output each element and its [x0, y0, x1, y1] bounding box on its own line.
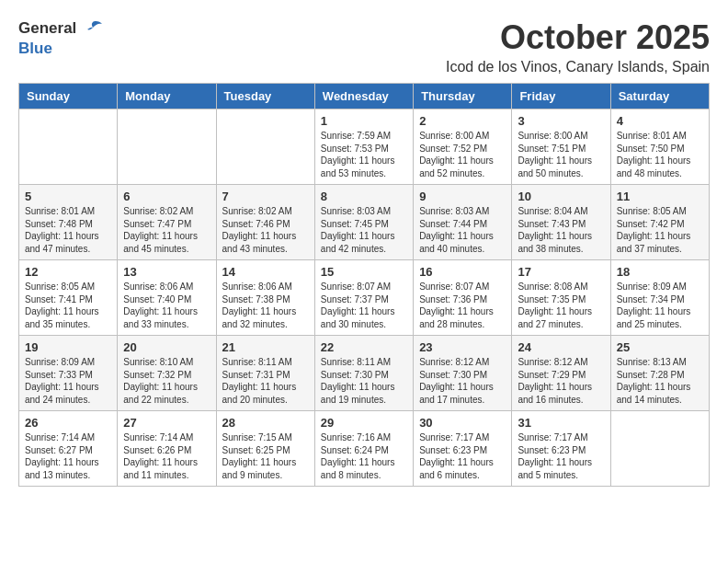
day-cell: 24Sunrise: 8:12 AMSunset: 7:29 PMDayligh…: [512, 336, 610, 411]
day-number: 1: [321, 114, 407, 128]
day-cell: 10Sunrise: 8:04 AMSunset: 7:43 PMDayligh…: [512, 185, 610, 260]
day-number: 23: [419, 340, 506, 354]
day-cell: [216, 109, 314, 185]
week-row-4: 19Sunrise: 8:09 AMSunset: 7:33 PMDayligh…: [19, 336, 710, 411]
weekday-header-tuesday: Tuesday: [216, 84, 314, 109]
weekday-header-thursday: Thursday: [414, 84, 512, 109]
day-number: 8: [321, 190, 407, 203]
day-info: Sunrise: 7:14 AMSunset: 6:26 PMDaylight:…: [123, 431, 210, 481]
week-row-3: 12Sunrise: 8:05 AMSunset: 7:41 PMDayligh…: [19, 260, 710, 336]
week-row-2: 5Sunrise: 8:01 AMSunset: 7:48 PMDaylight…: [19, 185, 710, 260]
weekday-header-saturday: Saturday: [610, 84, 709, 109]
logo-bird-icon: [82, 18, 104, 40]
day-cell: 28Sunrise: 7:15 AMSunset: 6:25 PMDayligh…: [216, 411, 314, 487]
day-info: Sunrise: 7:59 AMSunset: 7:53 PMDaylight:…: [321, 130, 407, 179]
day-number: 19: [25, 340, 111, 354]
day-number: 4: [617, 114, 703, 128]
day-cell: 13Sunrise: 8:06 AMSunset: 7:40 PMDayligh…: [118, 260, 216, 336]
day-number: 3: [518, 114, 604, 128]
day-info: Sunrise: 7:16 AMSunset: 6:24 PMDaylight:…: [321, 431, 407, 481]
day-number: 15: [321, 265, 407, 279]
day-info: Sunrise: 7:14 AMSunset: 6:27 PMDaylight:…: [25, 431, 111, 481]
day-number: 7: [222, 190, 309, 203]
day-info: Sunrise: 8:12 AMSunset: 7:30 PMDaylight:…: [419, 356, 506, 406]
calendar-table: SundayMondayTuesdayWednesdayThursdayFrid…: [18, 83, 710, 487]
day-info: Sunrise: 8:02 AMSunset: 7:46 PMDaylight:…: [222, 205, 309, 255]
day-cell: 8Sunrise: 8:03 AMSunset: 7:45 PMDaylight…: [314, 185, 413, 260]
day-info: Sunrise: 8:00 AMSunset: 7:52 PMDaylight:…: [419, 130, 506, 179]
day-info: Sunrise: 8:05 AMSunset: 7:42 PMDaylight:…: [617, 205, 703, 255]
day-cell: 27Sunrise: 7:14 AMSunset: 6:26 PMDayligh…: [118, 411, 216, 487]
day-number: 12: [25, 265, 111, 279]
month-title: October 2025: [446, 18, 710, 57]
day-number: 30: [419, 416, 506, 430]
weekday-header-monday: Monday: [118, 84, 216, 109]
day-cell: 12Sunrise: 8:05 AMSunset: 7:41 PMDayligh…: [19, 260, 118, 336]
day-number: 18: [617, 265, 703, 279]
week-row-1: 1Sunrise: 7:59 AMSunset: 7:53 PMDaylight…: [19, 109, 710, 185]
page-header: General Blue October 2025 Icod de los Vi…: [18, 18, 710, 75]
day-cell: 16Sunrise: 8:07 AMSunset: 7:36 PMDayligh…: [414, 260, 512, 336]
day-cell: 2Sunrise: 8:00 AMSunset: 7:52 PMDaylight…: [414, 109, 512, 185]
day-number: 16: [419, 265, 506, 279]
day-number: 22: [321, 340, 407, 354]
day-info: Sunrise: 8:07 AMSunset: 7:36 PMDaylight:…: [419, 281, 506, 330]
logo-general: General: [18, 19, 76, 37]
day-info: Sunrise: 8:10 AMSunset: 7:32 PMDaylight:…: [123, 356, 210, 406]
day-number: 17: [518, 265, 604, 279]
weekday-header-sunday: Sunday: [19, 84, 118, 109]
day-info: Sunrise: 8:01 AMSunset: 7:50 PMDaylight:…: [617, 130, 703, 179]
day-cell: 9Sunrise: 8:03 AMSunset: 7:44 PMDaylight…: [414, 185, 512, 260]
day-number: 21: [222, 340, 309, 354]
day-cell: 3Sunrise: 8:00 AMSunset: 7:51 PMDaylight…: [512, 109, 610, 185]
day-info: Sunrise: 8:09 AMSunset: 7:33 PMDaylight:…: [25, 356, 111, 406]
day-number: 31: [518, 416, 604, 430]
day-info: Sunrise: 8:11 AMSunset: 7:30 PMDaylight:…: [321, 356, 407, 406]
day-cell: 4Sunrise: 8:01 AMSunset: 7:50 PMDaylight…: [610, 109, 709, 185]
day-cell: 20Sunrise: 8:10 AMSunset: 7:32 PMDayligh…: [118, 336, 216, 411]
day-cell: [610, 411, 709, 487]
day-number: 2: [419, 114, 506, 128]
day-cell: 14Sunrise: 8:06 AMSunset: 7:38 PMDayligh…: [216, 260, 314, 336]
week-row-5: 26Sunrise: 7:14 AMSunset: 6:27 PMDayligh…: [19, 411, 710, 487]
day-number: 10: [518, 190, 604, 203]
weekday-header-friday: Friday: [512, 84, 610, 109]
day-number: 6: [123, 190, 210, 203]
day-info: Sunrise: 8:12 AMSunset: 7:29 PMDaylight:…: [518, 356, 604, 406]
day-number: 29: [321, 416, 407, 430]
day-number: 14: [222, 265, 309, 279]
day-info: Sunrise: 8:13 AMSunset: 7:28 PMDaylight:…: [617, 356, 703, 406]
day-cell: 25Sunrise: 8:13 AMSunset: 7:28 PMDayligh…: [610, 336, 709, 411]
day-info: Sunrise: 8:03 AMSunset: 7:45 PMDaylight:…: [321, 205, 407, 255]
day-cell: 11Sunrise: 8:05 AMSunset: 7:42 PMDayligh…: [610, 185, 709, 260]
day-info: Sunrise: 8:03 AMSunset: 7:44 PMDaylight:…: [419, 205, 506, 255]
day-number: 20: [123, 340, 210, 354]
day-info: Sunrise: 8:06 AMSunset: 7:40 PMDaylight:…: [123, 281, 210, 330]
logo-blue: Blue: [18, 40, 52, 57]
day-number: 11: [617, 190, 703, 203]
logo: General Blue: [18, 18, 105, 58]
day-number: 5: [25, 190, 111, 203]
day-cell: 21Sunrise: 8:11 AMSunset: 7:31 PMDayligh…: [216, 336, 314, 411]
location-subtitle: Icod de los Vinos, Canary Islands, Spain: [446, 59, 710, 75]
day-number: 13: [123, 265, 210, 279]
day-cell: 23Sunrise: 8:12 AMSunset: 7:30 PMDayligh…: [414, 336, 512, 411]
day-cell: [19, 109, 118, 185]
day-info: Sunrise: 8:11 AMSunset: 7:31 PMDaylight:…: [222, 356, 309, 406]
day-cell: 5Sunrise: 8:01 AMSunset: 7:48 PMDaylight…: [19, 185, 118, 260]
day-number: 28: [222, 416, 309, 430]
day-cell: 29Sunrise: 7:16 AMSunset: 6:24 PMDayligh…: [314, 411, 413, 487]
day-info: Sunrise: 8:08 AMSunset: 7:35 PMDaylight:…: [518, 281, 604, 330]
day-number: 26: [25, 416, 111, 430]
day-number: 27: [123, 416, 210, 430]
day-cell: 1Sunrise: 7:59 AMSunset: 7:53 PMDaylight…: [314, 109, 413, 185]
day-cell: 22Sunrise: 8:11 AMSunset: 7:30 PMDayligh…: [314, 336, 413, 411]
day-cell: 19Sunrise: 8:09 AMSunset: 7:33 PMDayligh…: [19, 336, 118, 411]
day-cell: 6Sunrise: 8:02 AMSunset: 7:47 PMDaylight…: [118, 185, 216, 260]
day-number: 9: [419, 190, 506, 203]
day-cell: [118, 109, 216, 185]
day-info: Sunrise: 8:01 AMSunset: 7:48 PMDaylight:…: [25, 205, 111, 255]
title-block: October 2025 Icod de los Vinos, Canary I…: [446, 18, 710, 75]
day-info: Sunrise: 8:02 AMSunset: 7:47 PMDaylight:…: [123, 205, 210, 255]
day-number: 25: [617, 340, 703, 354]
